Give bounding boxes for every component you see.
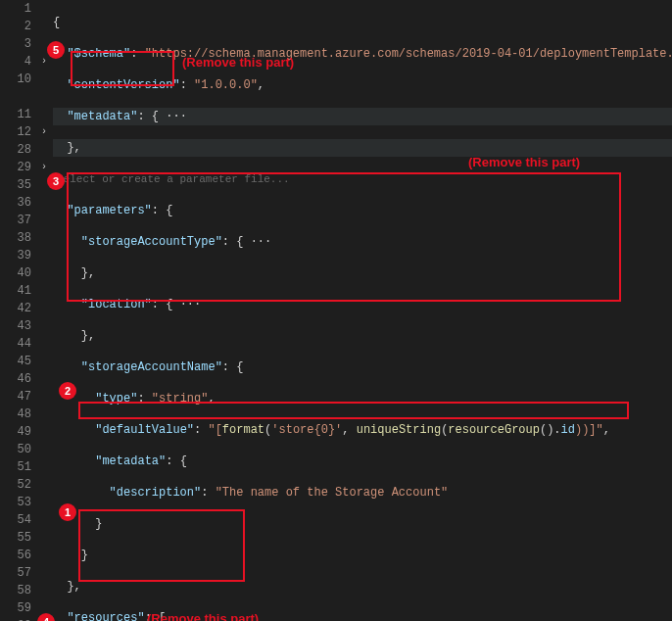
fold-gutter: › › › › — [39, 0, 53, 621]
code-area[interactable]: { "$schema": "https://schema.management.… — [53, 0, 672, 621]
chevron-right-icon[interactable]: › — [41, 159, 47, 176]
line-number-gutter: 1 2 3 4 10 11 12 28 29 35 36 37 38 39 40… — [0, 0, 39, 621]
chevron-right-icon[interactable]: › — [41, 123, 47, 141]
parameter-file-hint[interactable]: Select or create a parameter file... — [53, 173, 290, 185]
chevron-right-icon[interactable]: › — [41, 53, 47, 71]
code-editor[interactable]: 1 2 3 4 10 11 12 28 29 35 36 37 38 39 40… — [0, 0, 672, 621]
